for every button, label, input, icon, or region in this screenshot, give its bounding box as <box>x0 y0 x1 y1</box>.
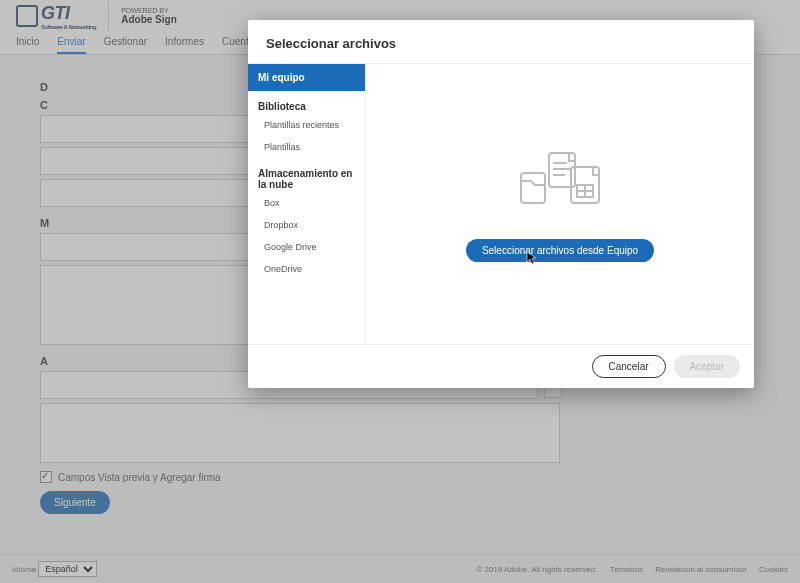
svg-rect-0 <box>521 173 545 203</box>
sidebar-header-biblioteca: Biblioteca <box>248 91 365 114</box>
cancel-button[interactable]: Cancelar <box>592 355 666 378</box>
modal-sidebar: Mi equipo Biblioteca Plantillas reciente… <box>248 64 366 344</box>
select-files-modal: Seleccionar archivos Mi equipo Bibliotec… <box>248 20 754 388</box>
select-files-from-device-button[interactable]: Seleccionar archivos desde Equipo <box>466 239 654 262</box>
sidebar-item-onedrive[interactable]: OneDrive <box>248 258 365 280</box>
sidebar-item-plantillas-recientes[interactable]: Plantillas recientes <box>248 114 365 136</box>
modal-content: Seleccionar archivos desde Equipo <box>366 64 754 344</box>
modal-title: Seleccionar archivos <box>248 20 754 63</box>
sidebar-header-cloud: Almacenamiento en la nube <box>248 158 365 192</box>
sidebar-item-mi-equipo[interactable]: Mi equipo <box>248 64 365 91</box>
files-illustration-icon <box>515 147 605 221</box>
sidebar-item-google-drive[interactable]: Google Drive <box>248 236 365 258</box>
sidebar-item-plantillas[interactable]: Plantillas <box>248 136 365 158</box>
sidebar-item-box[interactable]: Box <box>248 192 365 214</box>
sidebar-item-dropbox[interactable]: Dropbox <box>248 214 365 236</box>
modal-footer: Cancelar Aceptar <box>248 345 754 388</box>
accept-button: Aceptar <box>674 355 740 378</box>
select-files-button-label: Seleccionar archivos desde Equipo <box>482 245 638 256</box>
